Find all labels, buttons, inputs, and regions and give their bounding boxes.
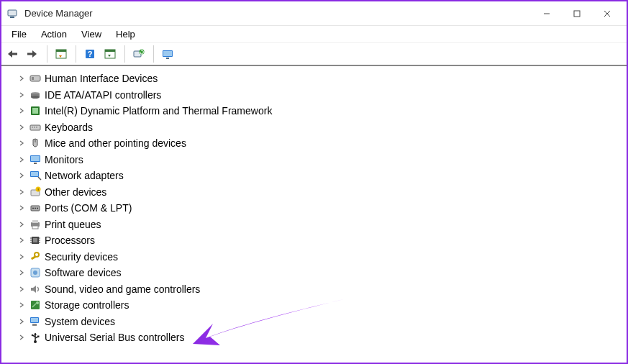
node-label: Storage controllers	[45, 299, 129, 311]
monitors-icon	[29, 153, 42, 166]
svg-rect-17	[163, 51, 172, 56]
tree-node-processors[interactable]: Processors	[4, 232, 624, 249]
tree-node-ports[interactable]: Ports (COM & LPT)	[4, 200, 624, 217]
node-label: System devices	[45, 316, 115, 327]
svg-rect-29	[36, 127, 37, 128]
svg-point-57	[33, 270, 37, 275]
nav-forward-button[interactable]	[23, 45, 42, 63]
svg-rect-9	[56, 50, 66, 52]
node-label: Keyboards	[45, 122, 93, 133]
chevron-right-icon[interactable]	[17, 268, 26, 277]
node-label: Print queues	[45, 219, 101, 230]
chevron-right-icon[interactable]	[17, 155, 26, 164]
svg-rect-61	[31, 318, 38, 322]
svg-point-65	[32, 335, 34, 337]
node-label: Mice and other pointing devices	[45, 137, 186, 149]
storage-icon	[29, 299, 42, 311]
tree-node-keyboards[interactable]: Keyboards	[4, 119, 624, 136]
maximize-button[interactable]	[562, 3, 592, 24]
svg-rect-47	[33, 238, 37, 242]
svg-rect-66	[37, 336, 40, 338]
tree-node-sound[interactable]: Sound, video and game controllers	[4, 281, 624, 298]
svg-rect-62	[32, 324, 37, 326]
security-icon	[29, 250, 42, 263]
menu-file[interactable]: File	[4, 27, 34, 41]
window-title: Device Manager	[24, 8, 532, 19]
tree-node-ide[interactable]: IDE ATA/ATAPI controllers	[4, 87, 624, 104]
properties-button[interactable]	[101, 45, 119, 63]
software-icon	[29, 266, 42, 279]
chevron-right-icon[interactable]	[17, 74, 26, 83]
app-icon	[6, 7, 19, 20]
tree-node-dptf[interactable]: Intel(R) Dynamic Platform and Thermal Fr…	[4, 103, 624, 119]
svg-rect-18	[166, 58, 169, 59]
monitor-button[interactable]	[158, 45, 177, 63]
chevron-right-icon[interactable]	[17, 317, 26, 326]
system-icon	[29, 315, 42, 328]
ports-icon	[29, 201, 42, 214]
tree-node-print[interactable]: Print queues	[4, 217, 624, 233]
node-label: IDE ATA/ATAPI controllers	[45, 89, 161, 101]
menu-help[interactable]: Help	[109, 27, 142, 41]
tree-node-security[interactable]: Security devices	[4, 249, 624, 265]
node-label: Sound, video and game controllers	[45, 283, 200, 295]
chevron-right-icon[interactable]	[17, 333, 26, 342]
tree-node-storage[interactable]: Storage controllers	[4, 297, 624, 314]
chevron-right-icon[interactable]	[17, 252, 26, 261]
node-label: Human Interface Devices	[45, 73, 158, 84]
chevron-right-icon[interactable]	[17, 188, 26, 196]
node-label: Software devices	[45, 267, 122, 278]
svg-rect-0	[8, 10, 17, 16]
svg-rect-33	[34, 163, 37, 164]
svg-text:?: ?	[88, 50, 93, 58]
chevron-right-icon[interactable]	[17, 106, 26, 115]
hid-icon	[29, 72, 42, 85]
node-label: Network adapters	[45, 170, 124, 181]
titlebar: Device Manager	[1, 1, 627, 26]
menu-view[interactable]: View	[74, 27, 109, 41]
minimize-button[interactable]	[532, 3, 562, 24]
tree-node-mice[interactable]: Mice and other pointing devices	[4, 135, 624, 152]
svg-rect-25	[32, 108, 38, 114]
svg-rect-27	[32, 127, 33, 128]
menubar: File Action View Help	[1, 26, 627, 43]
tree-node-software[interactable]: Software devices	[4, 265, 624, 281]
tree-node-usb[interactable]: Universal Serial Bus controllers	[4, 329, 624, 346]
chevron-right-icon[interactable]	[17, 123, 26, 132]
tree-node-hid[interactable]: Human Interface Devices	[4, 70, 624, 87]
node-label: Universal Serial Bus controllers	[45, 332, 185, 343]
toolbar-separator	[150, 45, 154, 63]
svg-rect-13	[105, 50, 115, 52]
chevron-right-icon[interactable]	[17, 91, 26, 99]
usb-icon	[29, 331, 42, 344]
chevron-right-icon[interactable]	[17, 204, 26, 212]
window-controls	[532, 3, 622, 24]
svg-point-23	[31, 96, 40, 99]
help-button[interactable]: ?	[81, 45, 99, 63]
nav-back-button[interactable]	[3, 45, 22, 63]
close-button[interactable]	[592, 3, 622, 24]
sound-icon	[29, 283, 42, 296]
node-label: Intel(R) Dynamic Platform and Thermal Fr…	[45, 105, 272, 117]
tree-node-monitors[interactable]: Monitors	[4, 152, 624, 168]
svg-rect-44	[32, 220, 38, 223]
svg-rect-55	[31, 255, 37, 260]
scan-hardware-button[interactable]	[129, 45, 148, 63]
tree-node-system[interactable]: System devices	[4, 314, 624, 330]
mice-icon	[29, 137, 42, 150]
menu-action[interactable]: Action	[34, 27, 74, 41]
chevron-right-icon[interactable]	[17, 285, 26, 294]
device-manager-window: Device Manager File Action View Help ?	[0, 0, 628, 364]
chevron-right-icon[interactable]	[17, 301, 26, 309]
node-label: Other devices	[45, 186, 106, 198]
tree-node-other[interactable]: !Other devices	[4, 184, 624, 201]
svg-rect-35	[31, 172, 38, 176]
chevron-right-icon[interactable]	[17, 236, 26, 245]
chevron-right-icon[interactable]	[17, 220, 26, 229]
device-tree[interactable]: Human Interface DevicesIDE ATA/ATAPI con…	[1, 66, 627, 363]
toolbar: ?	[1, 43, 627, 66]
show-hide-tree-button[interactable]	[52, 45, 70, 63]
chevron-right-icon[interactable]	[17, 139, 26, 147]
chevron-right-icon[interactable]	[17, 171, 26, 180]
tree-node-network[interactable]: Network adapters	[4, 168, 624, 184]
